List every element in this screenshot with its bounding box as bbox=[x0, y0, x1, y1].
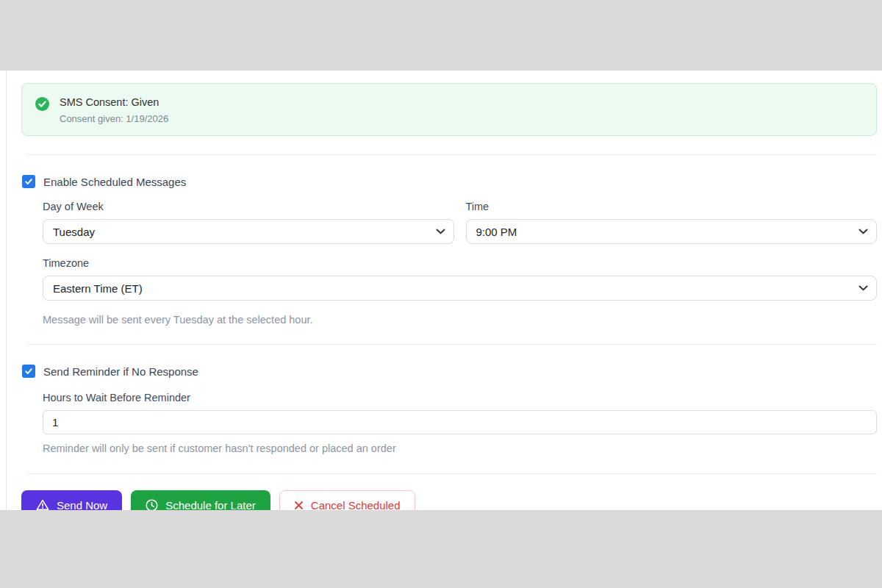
day-of-week-value: Tuesday bbox=[53, 226, 95, 238]
checkmark-icon bbox=[24, 177, 33, 186]
consent-date-text: Consent given: 1/19/2026 bbox=[60, 113, 168, 124]
send-reminder-row[interactable]: Send Reminder if No Response bbox=[22, 365, 877, 378]
schedule-for-later-label: Schedule for Later bbox=[165, 499, 256, 511]
hours-to-wait-input[interactable] bbox=[43, 410, 877, 434]
warning-triangle-icon bbox=[36, 499, 49, 510]
day-of-week-field: Day of Week Tuesday bbox=[43, 201, 454, 244]
clock-icon bbox=[146, 499, 158, 511]
enable-scheduled-messages-label: Enable Scheduled Messages bbox=[43, 176, 186, 188]
sms-schedule-panel: SMS Consent: Given Consent given: 1/19/2… bbox=[6, 71, 882, 510]
cancel-scheduled-button[interactable]: Cancel Scheduled bbox=[279, 490, 415, 510]
section-divider bbox=[27, 344, 877, 345]
send-now-button[interactable]: Send Now bbox=[21, 490, 122, 510]
time-select[interactable]: 9:00 PM bbox=[466, 219, 878, 244]
send-reminder-checkbox[interactable] bbox=[22, 365, 35, 378]
schedule-for-later-button[interactable]: Schedule for Later bbox=[131, 490, 270, 510]
bottom-window-chrome bbox=[0, 510, 882, 588]
schedule-helper-text: Message will be sent every Tuesday at th… bbox=[43, 314, 877, 326]
section-divider bbox=[27, 154, 877, 155]
send-now-label: Send Now bbox=[57, 499, 107, 511]
checkmark-icon bbox=[24, 367, 33, 376]
day-of-week-label: Day of Week bbox=[43, 201, 454, 212]
send-reminder-label: Send Reminder if No Response bbox=[43, 365, 198, 378]
x-icon bbox=[294, 501, 304, 510]
hours-to-wait-label: Hours to Wait Before Reminder bbox=[43, 392, 877, 404]
time-value: 9:00 PM bbox=[476, 226, 517, 238]
schedule-fields: Day of Week Tuesday Time 9:00 PM bbox=[43, 201, 877, 326]
check-circle-icon bbox=[35, 97, 49, 114]
timezone-field: Timezone Eastern Time (ET) bbox=[43, 257, 877, 301]
enable-scheduled-messages-checkbox[interactable] bbox=[22, 175, 35, 188]
timezone-label: Timezone bbox=[43, 257, 877, 269]
sms-consent-banner: SMS Consent: Given Consent given: 1/19/2… bbox=[21, 83, 877, 136]
action-buttons: Send Now Schedule for Later Cancel Sched… bbox=[21, 490, 877, 510]
chevron-down-icon bbox=[858, 285, 868, 291]
time-label: Time bbox=[466, 201, 878, 212]
cancel-scheduled-label: Cancel Scheduled bbox=[311, 499, 401, 511]
enable-scheduled-messages-row[interactable]: Enable Scheduled Messages bbox=[22, 175, 877, 188]
chevron-down-icon bbox=[436, 229, 445, 234]
timezone-value: Eastern Time (ET) bbox=[53, 282, 143, 295]
time-field: Time 9:00 PM bbox=[466, 201, 878, 244]
reminder-fields: Hours to Wait Before Reminder Reminder w… bbox=[43, 392, 877, 454]
timezone-select[interactable]: Eastern Time (ET) bbox=[43, 276, 877, 301]
section-divider bbox=[27, 473, 877, 474]
top-window-chrome bbox=[0, 0, 882, 71]
consent-banner-text: SMS Consent: Given Consent given: 1/19/2… bbox=[60, 96, 168, 124]
chevron-down-icon bbox=[858, 229, 868, 234]
consent-status-title: SMS Consent: Given bbox=[60, 96, 168, 108]
day-of-week-select[interactable]: Tuesday bbox=[43, 219, 454, 244]
reminder-helper-text: Reminder will only be sent if customer h… bbox=[43, 442, 877, 454]
